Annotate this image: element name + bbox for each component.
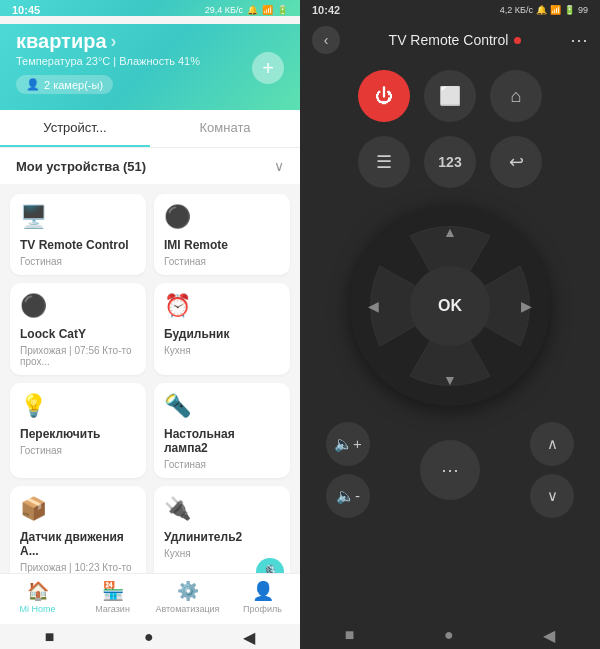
- screen-button[interactable]: ⬜: [424, 70, 476, 122]
- volume-down-button[interactable]: 🔈-: [326, 474, 370, 518]
- nav-label-profile: Профиль: [243, 604, 282, 614]
- nav-label-home: Mi Home: [19, 604, 55, 614]
- tabs-row: Устройст... Комната: [0, 110, 300, 148]
- square-button-left[interactable]: ■: [45, 628, 55, 647]
- right-system-bar: ■ ● ◀: [300, 620, 600, 649]
- device-icon-alarm: ⏰: [164, 293, 280, 319]
- device-sub: Гостиная: [20, 256, 136, 267]
- add-button[interactable]: +: [252, 52, 284, 84]
- devices-grid: 🖥️ TV Remote Control Гостиная ⚫ IMI Remo…: [0, 186, 300, 573]
- device-icon-switch: 💡: [20, 393, 136, 419]
- left-status-bar: 10:45 29,4 КБ/с 🔔 📶 🔋: [0, 0, 300, 16]
- right-panel: 10:42 4,2 КБ/с 🔔 📶 🔋 99 ‹ TV Remote Cont…: [300, 0, 600, 649]
- device-sub: Гостиная: [20, 445, 136, 456]
- device-sub: Прихожая | 10:23 Кто-то прох...: [20, 562, 136, 573]
- left-panel: 10:45 29,4 КБ/с 🔔 📶 🔋 квартира › Темпера…: [0, 0, 300, 649]
- more-center-button[interactable]: ⋯: [420, 440, 480, 500]
- right-status-icons: 4,2 КБ/с 🔔 📶 🔋 99: [500, 5, 588, 15]
- device-sub: Кухня: [164, 548, 280, 559]
- device-icon-imi: ⚫: [164, 204, 280, 230]
- device-name: Будильник: [164, 327, 280, 341]
- more-button[interactable]: ⋯: [570, 29, 588, 51]
- power-button[interactable]: ⏻: [358, 70, 410, 122]
- nav-item-store[interactable]: 🏪 Магазин: [75, 580, 150, 614]
- store-icon: 🏪: [102, 580, 124, 602]
- circle-button-left[interactable]: ●: [144, 628, 154, 647]
- apartment-title: квартира ›: [16, 30, 284, 53]
- menu-button[interactable]: ☰: [358, 136, 410, 188]
- back-rc-button[interactable]: ↩: [490, 136, 542, 188]
- channel-controls: ∧ ∨: [530, 422, 574, 518]
- dpad-container: ▲ ▼ ◀ ▶ OK: [350, 206, 550, 406]
- nav-item-home[interactable]: 🏠 Mi Home: [0, 580, 75, 614]
- middle-buttons-row: ☰ 123 ↩: [316, 136, 584, 188]
- dpad-left-arrow: ◀: [368, 298, 379, 314]
- device-name: TV Remote Control: [20, 238, 136, 252]
- device-name: Настольная лампа2: [164, 427, 280, 455]
- device-sub: Гостиная: [164, 459, 280, 470]
- device-card-motion[interactable]: 📦 Датчик движения А... Прихожая | 10:23 …: [10, 486, 146, 573]
- device-card-lamp[interactable]: 🔦 Настольная лампа2 Гостиная: [154, 383, 290, 478]
- back-button[interactable]: ‹: [312, 26, 340, 54]
- nav-label-automation: Автоматизация: [156, 604, 220, 614]
- right-header: ‹ TV Remote Control ⋯: [300, 20, 600, 62]
- device-name: Переключить: [20, 427, 136, 441]
- device-card-tv-remote[interactable]: 🖥️ TV Remote Control Гостиная: [10, 194, 146, 275]
- device-name: Удлинитель2: [164, 530, 280, 544]
- left-status-icons: 29,4 КБ/с 🔔 📶 🔋: [205, 5, 288, 15]
- ok-button[interactable]: OK: [410, 266, 490, 346]
- live-indicator: [514, 37, 521, 44]
- device-sub: Прихожая | 07:56 Кто-то прох...: [20, 345, 136, 367]
- device-icon-motion: 📦: [20, 496, 136, 522]
- left-system-bar: ■ ● ◀: [0, 624, 300, 649]
- dpad-up-arrow: ▲: [443, 224, 457, 240]
- channel-down-button[interactable]: ∨: [530, 474, 574, 518]
- devices-title: Мои устройства (51): [16, 159, 146, 174]
- chevron-down-icon[interactable]: ∨: [274, 158, 284, 174]
- device-card-imi[interactable]: ⚫ IMI Remote Гостиная: [154, 194, 290, 275]
- top-buttons-row: ⏻ ⬜ ⌂: [316, 70, 584, 122]
- volume-controls: 🔈+ 🔈-: [326, 422, 370, 518]
- nav-label-store: Магазин: [95, 604, 130, 614]
- devices-header: Мои устройства (51) ∨: [0, 148, 300, 184]
- device-sub: Гостиная: [164, 256, 280, 267]
- profile-icon: 👤: [252, 580, 274, 602]
- back-button-right[interactable]: ◀: [543, 626, 555, 645]
- temp-humidity: Температура 23°С | Влажность 41%: [16, 55, 284, 67]
- numeric-button[interactable]: 123: [424, 136, 476, 188]
- home-button[interactable]: ⌂: [490, 70, 542, 122]
- cameras-badge: 👤 2 камер(-ы): [16, 75, 113, 94]
- channel-up-button[interactable]: ∧: [530, 422, 574, 466]
- automation-icon: ⚙️: [177, 580, 199, 602]
- home-icon: 🏠: [27, 580, 49, 602]
- left-header: квартира › Температура 23°С | Влажность …: [0, 24, 300, 110]
- circle-button-right[interactable]: ●: [444, 626, 454, 645]
- nav-item-profile[interactable]: 👤 Профиль: [225, 580, 300, 614]
- bottom-nav: 🏠 Mi Home 🏪 Магазин ⚙️ Автоматизация 👤 П…: [0, 573, 300, 624]
- square-button-right[interactable]: ■: [345, 626, 355, 645]
- device-card-extension[interactable]: 🔌 Удлинитель2 Кухня 🎙️: [154, 486, 290, 573]
- back-button-left[interactable]: ◀: [243, 628, 255, 647]
- left-time: 10:45: [12, 4, 40, 16]
- dpad-right-arrow: ▶: [521, 298, 532, 314]
- device-card-switch[interactable]: 💡 Переключить Гостиная: [10, 383, 146, 478]
- device-icon-extension: 🔌: [164, 496, 280, 522]
- device-icon-loock: ⚫: [20, 293, 136, 319]
- dpad-outer: ▲ ▼ ◀ ▶ OK: [350, 206, 550, 406]
- device-card-loock[interactable]: ⚫ Loock CatY Прихожая | 07:56 Кто-то про…: [10, 283, 146, 375]
- device-icon-tv: 🖥️: [20, 204, 136, 230]
- device-name: Loock CatY: [20, 327, 136, 341]
- dpad-down-arrow: ▼: [443, 372, 457, 388]
- remote-title: TV Remote Control: [389, 32, 522, 48]
- volume-up-button[interactable]: 🔈+: [326, 422, 370, 466]
- device-sub: Кухня: [164, 345, 280, 356]
- device-name: IMI Remote: [164, 238, 280, 252]
- tab-devices[interactable]: Устройст...: [0, 110, 150, 147]
- device-card-alarm[interactable]: ⏰ Будильник Кухня: [154, 283, 290, 375]
- remote-body: ⏻ ⬜ ⌂ ☰ 123 ↩: [300, 62, 600, 620]
- bottom-controls: 🔈+ 🔈- ⋯ ∧ ∨: [316, 410, 584, 526]
- tab-rooms[interactable]: Комната: [150, 110, 300, 147]
- device-name: Датчик движения А...: [20, 530, 136, 558]
- nav-item-automation[interactable]: ⚙️ Автоматизация: [150, 580, 225, 614]
- voice-button[interactable]: 🎙️: [256, 558, 284, 573]
